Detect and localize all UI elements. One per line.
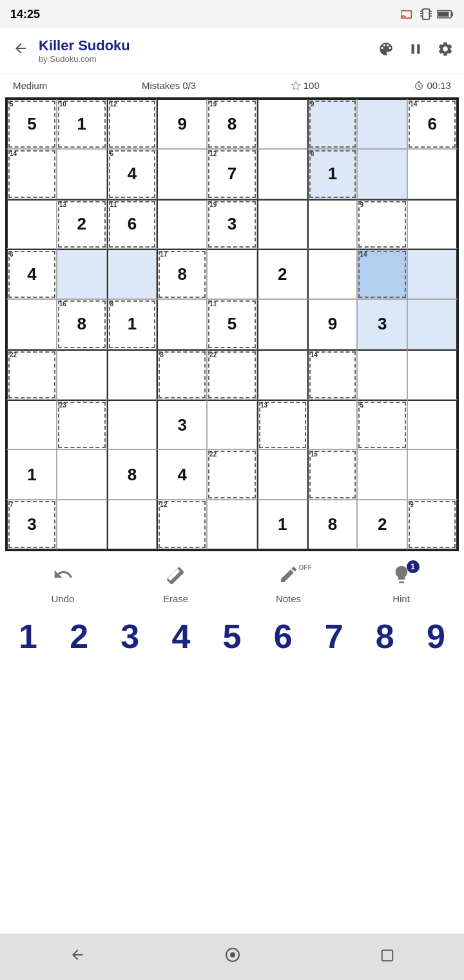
cell-0-4[interactable]: 198 (207, 99, 257, 149)
cell-1-8[interactable] (407, 149, 458, 199)
cell-1-0[interactable]: 14 (6, 149, 57, 199)
erase-button[interactable]: Erase (153, 564, 198, 604)
cell-1-7[interactable] (357, 149, 407, 199)
pause-button[interactable] (407, 41, 424, 61)
nav-home-button[interactable] (212, 941, 253, 974)
cell-6-4[interactable] (207, 400, 257, 450)
cell-2-0[interactable] (6, 199, 57, 250)
cell-3-6[interactable] (307, 249, 358, 299)
cell-7-1[interactable] (57, 449, 107, 500)
cell-0-1[interactable]: 101 (57, 99, 107, 149)
cell-1-6[interactable]: 81 (307, 149, 358, 199)
cell-5-8[interactable] (407, 349, 458, 400)
cell-0-7[interactable] (357, 99, 407, 149)
cell-8-1[interactable] (57, 500, 107, 550)
back-button[interactable] (10, 38, 31, 63)
cell-1-1[interactable] (57, 149, 107, 199)
nav-recent-button[interactable] (367, 941, 407, 974)
cell-1-2[interactable]: 64 (107, 149, 157, 199)
cell-3-3[interactable]: 178 (157, 249, 207, 299)
cell-7-7[interactable] (357, 449, 407, 500)
cell-2-4[interactable]: 193 (207, 199, 257, 250)
notes-button[interactable]: OFF Notes (266, 564, 311, 604)
cell-4-1[interactable]: 168 (57, 299, 107, 349)
cell-6-5[interactable]: 13 (257, 400, 307, 450)
num-2-button[interactable]: 2 (58, 617, 101, 656)
cell-4-5[interactable] (257, 299, 307, 349)
cell-8-5[interactable]: 1 (257, 500, 307, 550)
cell-8-4[interactable] (207, 500, 257, 550)
cell-6-6[interactable] (307, 400, 358, 450)
cell-2-1[interactable]: 132 (57, 199, 107, 250)
cell-3-4[interactable] (207, 249, 257, 299)
cell-2-8[interactable] (407, 199, 458, 250)
cell-5-1[interactable] (57, 349, 107, 400)
cell-6-1[interactable]: 23 (57, 400, 107, 450)
cell-3-7[interactable]: 14 (357, 249, 407, 299)
cell-2-7[interactable]: 9 (357, 199, 407, 250)
cell-0-5[interactable] (257, 99, 307, 149)
num-3-button[interactable]: 3 (109, 617, 151, 656)
cell-6-3[interactable]: 3 (157, 400, 207, 450)
cell-0-3[interactable]: 9 (157, 99, 207, 149)
cell-1-5[interactable] (257, 149, 307, 199)
cell-2-5[interactable] (257, 199, 307, 250)
cell-8-2[interactable] (107, 500, 157, 550)
cell-5-0[interactable]: 22 (6, 349, 57, 400)
cell-6-0[interactable] (6, 400, 57, 450)
cell-2-6[interactable] (307, 199, 358, 250)
cell-2-3[interactable] (157, 199, 207, 250)
cell-6-2[interactable] (107, 400, 157, 450)
num-1-button[interactable]: 1 (7, 617, 50, 656)
hint-button[interactable]: 1 Hint (379, 564, 424, 604)
cell-3-8[interactable] (407, 249, 458, 299)
num-9-button[interactable]: 9 (414, 617, 457, 656)
cell-5-7[interactable] (357, 349, 407, 400)
cell-4-3[interactable] (157, 299, 207, 349)
cell-3-5[interactable]: 2 (257, 249, 307, 299)
cell-4-2[interactable]: 81 (107, 299, 157, 349)
cell-5-5[interactable] (257, 349, 307, 400)
settings-button[interactable] (437, 41, 454, 61)
num-6-button[interactable]: 6 (262, 617, 304, 656)
cell-8-6[interactable]: 8 (307, 500, 358, 550)
cell-7-3[interactable]: 4 (157, 449, 207, 500)
cell-7-4[interactable]: 22 (207, 449, 257, 500)
num-5-button[interactable]: 5 (211, 617, 253, 656)
cell-7-2[interactable]: 8 (107, 449, 157, 500)
cell-3-0[interactable]: 64 (6, 249, 57, 299)
cell-4-0[interactable] (6, 299, 57, 349)
cell-7-8[interactable] (407, 449, 458, 500)
cell-2-2[interactable]: 116 (107, 199, 157, 250)
cell-3-1[interactable] (57, 249, 107, 299)
cell-0-0[interactable]: 55 (6, 99, 57, 149)
num-8-button[interactable]: 8 (363, 617, 406, 656)
undo-button[interactable]: Undo (41, 564, 86, 604)
cell-7-0[interactable]: 1 (6, 449, 57, 500)
nav-back-button[interactable] (57, 941, 98, 974)
cell-8-7[interactable]: 2 (357, 500, 407, 550)
cell-0-8[interactable]: 146 (407, 99, 458, 149)
num-4-button[interactable]: 4 (160, 617, 202, 656)
cell-5-3[interactable]: 8 (157, 349, 207, 400)
cell-8-8[interactable]: 9 (407, 500, 458, 550)
cell-0-6[interactable]: 9 (307, 99, 358, 149)
cell-6-7[interactable]: 5 (357, 400, 407, 450)
cell-4-4[interactable]: 115 (207, 299, 257, 349)
cell-0-2[interactable]: 12 (107, 99, 157, 149)
cell-8-3[interactable]: 12 (157, 500, 207, 550)
cell-1-4[interactable]: 127 (207, 149, 257, 199)
cell-5-6[interactable]: 14 (307, 349, 358, 400)
cell-5-2[interactable] (107, 349, 157, 400)
sudoku-grid[interactable]: 5510112919891461464127811321161939641782… (5, 97, 459, 551)
cell-5-4[interactable]: 22 (207, 349, 257, 400)
cell-4-8[interactable] (407, 299, 458, 349)
cell-8-0[interactable]: 73 (6, 500, 57, 550)
palette-button[interactable] (378, 41, 394, 61)
cell-4-7[interactable]: 3 (357, 299, 407, 349)
cell-1-3[interactable] (157, 149, 207, 199)
cell-7-6[interactable]: 15 (307, 449, 358, 500)
cell-4-6[interactable]: 9 (307, 299, 358, 349)
cell-6-8[interactable] (407, 400, 458, 450)
cell-3-2[interactable] (107, 249, 157, 299)
